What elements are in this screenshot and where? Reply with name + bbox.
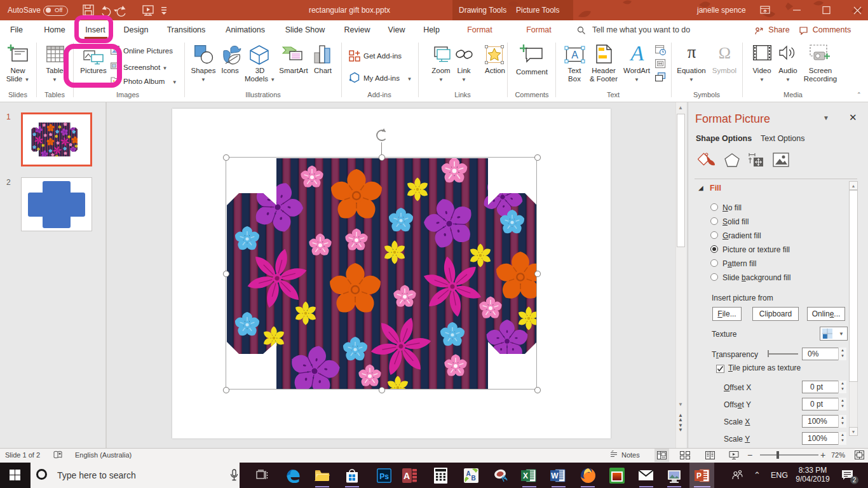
svg-text:X: X <box>523 471 528 480</box>
svg-text:A: A <box>630 44 644 64</box>
svg-text:A: A <box>403 471 410 481</box>
svg-text:B: B <box>471 475 475 482</box>
svg-text:P: P <box>696 471 702 480</box>
svg-text:A: A <box>571 50 578 60</box>
svg-text:Ps: Ps <box>379 472 389 481</box>
svg-text:W: W <box>551 471 559 480</box>
svg-text:Ω: Ω <box>719 44 731 62</box>
svg-text:A: A <box>466 470 470 477</box>
svg-text:π: π <box>688 44 696 60</box>
